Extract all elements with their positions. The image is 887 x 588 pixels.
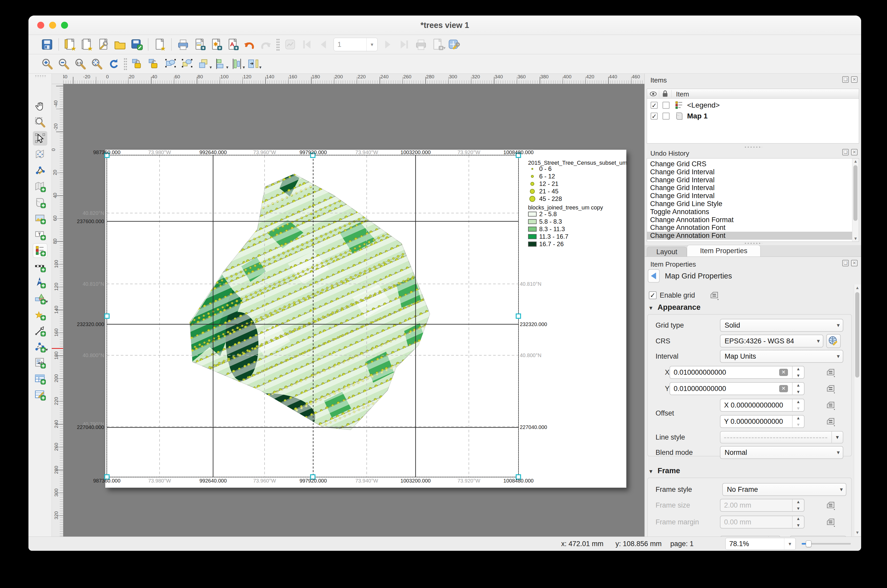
add-legend-tool[interactable] [33,243,47,258]
frame-section-header[interactable]: Frame [648,466,680,475]
data-defined-override-button[interactable] [825,516,837,528]
unlock-items-button[interactable] [147,56,162,72]
zoom-level-combo[interactable]: 78.1% ▾ [725,538,796,550]
frame-style-combo[interactable]: No Frame▾ [722,483,846,496]
interval-combo[interactable]: Map Units▾ [720,350,843,363]
atlas-export-button[interactable]: ▾ [430,37,445,52]
data-defined-override-button[interactable] [825,399,837,411]
clear-value-icon[interactable]: ✕ [779,385,788,392]
undo-entry[interactable]: Change Annotation Font [647,232,852,240]
raise-items-button[interactable]: ▾ [196,56,211,72]
add-node-item-tool[interactable]: ▾ [33,339,47,354]
spinner-buttons[interactable]: ▲▼ [792,516,804,528]
layout-canvas[interactable]: 2015_Street_Tree_Census_subset_um0 - 66 … [63,84,644,537]
distribute-items-button[interactable]: ▾ [230,56,245,72]
save-as-template-button[interactable] [129,37,144,52]
zoom-actual-button[interactable]: 1:1 [73,56,88,72]
offset-y-field[interactable]: Y 0.000000000000▲▼ [720,415,804,428]
item-properties-close-icon[interactable]: ✕ [851,260,857,266]
back-button[interactable] [648,269,660,283]
undo-panel-float-icon[interactable]: ❏ [842,149,849,155]
select-all-button[interactable] [163,56,178,72]
add-html-tool[interactable]: </> [33,356,47,370]
atlas-settings-button[interactable] [447,37,462,52]
dock-drag-handle[interactable] [35,75,46,78]
panel-splitter[interactable] [744,146,762,148]
data-defined-override-button[interactable] [825,383,837,394]
select-move-tool[interactable] [33,131,47,146]
spinner-buttons[interactable]: ▲▼ [792,399,804,411]
data-defined-override-button[interactable] [825,416,837,428]
select-crs-button[interactable] [826,334,841,348]
atlas-page-combo[interactable]: 1▾ [333,38,378,51]
scroll-up-icon[interactable]: ▲ [852,159,859,164]
undo-entry[interactable]: Change Grid Interval [647,192,852,200]
resize-items-button[interactable]: ▾ [246,56,261,72]
export-svg-button[interactable]: ✱ [209,37,224,52]
zoom-out-button[interactable] [56,56,71,72]
redo-button[interactable] [258,37,273,52]
atlas-next-button[interactable] [380,37,395,52]
map-item[interactable] [107,155,518,477]
undo-entry[interactable]: Change Grid CRS [647,160,852,168]
zoom-slider[interactable] [801,543,851,544]
interval-x-field[interactable]: 0.010000000000✕▲▼ [669,366,804,379]
add-picture-tool[interactable] [33,211,47,226]
items-panel-close-icon[interactable]: ✕ [851,76,857,83]
scroll-down-icon[interactable]: ▼ [854,530,861,535]
new-report-button[interactable]: ★ [152,37,167,52]
export-image-button[interactable] [192,37,207,52]
data-defined-override-button[interactable] [709,290,720,301]
zoom-in-button[interactable] [39,56,54,72]
toolbar-drag-handle[interactable] [124,58,127,70]
data-defined-override-button[interactable] [825,499,837,511]
blend-mode-combo[interactable]: Normal▾ [720,446,843,459]
undo-entry[interactable]: Change Annotation Font [647,224,852,232]
properties-scrollbar[interactable]: ▲ ▼ [854,284,861,536]
undo-panel-close-icon[interactable]: ✕ [851,149,857,155]
undo-entry[interactable]: Change Grid Interval [647,176,852,184]
add-arrow-tool[interactable] [33,324,47,338]
spinner-buttons[interactable]: ▲▼ [792,416,804,428]
lock-checkbox[interactable] [663,113,669,120]
tab-item-properties[interactable]: Item Properties [687,245,761,256]
atlas-prev-button[interactable] [316,37,331,52]
add-shape-tool[interactable]: ▾ [33,291,47,306]
undo-button[interactable] [242,37,257,52]
print-layout-button[interactable] [176,37,191,52]
line-style-button[interactable]: ▾ [720,431,843,444]
undo-entry[interactable]: Change Grid Interval [647,184,852,192]
move-content-tool[interactable] [33,147,47,162]
data-defined-override-button[interactable] [825,366,837,378]
grid-type-combo[interactable]: Solid▾ [720,319,843,332]
lock-checkbox[interactable] [663,102,669,109]
legend-item[interactable]: 2015_Street_Tree_Census_subset_um0 - 66 … [524,156,623,255]
visibility-checkbox[interactable]: ✓ [651,113,657,120]
duplicate-layout-button[interactable]: ★ [80,37,95,52]
toolbar-drag-handle[interactable] [276,38,280,51]
add-fixed-table-tool[interactable] [33,388,47,402]
panel-splitter[interactable] [744,242,762,244]
scroll-up-icon[interactable]: ▲ [854,285,861,290]
deselect-all-button[interactable] [180,56,195,72]
enable-grid-checkbox[interactable]: ✓ [649,291,657,299]
edit-nodes-tool[interactable] [33,163,47,178]
add-items-from-template-button[interactable] [113,37,128,52]
new-layout-button[interactable]: ★ [63,37,78,52]
atlas-preview-button[interactable] [283,37,298,52]
refresh-button[interactable] [106,56,121,72]
clear-value-icon[interactable]: ✕ [779,369,788,376]
atlas-print-button[interactable] [414,37,429,52]
save-project-button[interactable] [39,37,54,52]
scroll-down-icon[interactable]: ▼ [852,236,859,241]
items-panel-float-icon[interactable]: ❏ [842,76,849,83]
zoom-slider-handle[interactable] [806,540,812,547]
spinner-buttons[interactable]: ▲▼ [792,383,804,394]
layout-manager-button[interactable] [96,37,111,52]
offset-x-field[interactable]: X 0.000000000000▲▼ [720,399,804,412]
undo-entry[interactable]: Change Annotation Format [647,216,852,224]
atlas-first-button[interactable] [299,37,314,52]
zoom-full-button[interactable] [89,56,104,72]
add-north-arrow-tool[interactable]: N [33,275,47,290]
zoom-tool[interactable] [33,115,47,129]
